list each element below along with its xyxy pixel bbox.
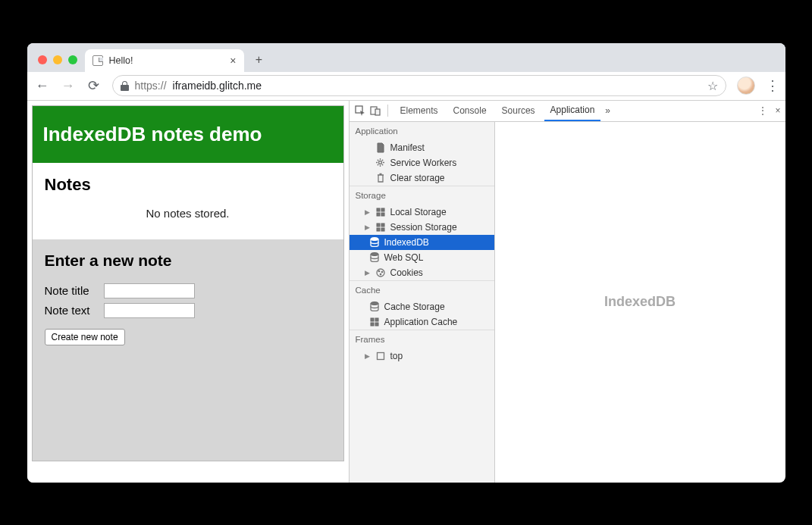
svg-point-3 <box>379 161 382 164</box>
note-title-label: Note title <box>45 284 99 297</box>
devtools-panel: Elements Console Sources Application » ⋮… <box>349 101 785 483</box>
svg-rect-7 <box>381 213 384 216</box>
tab-console[interactable]: Console <box>447 100 493 121</box>
bookmark-star-icon[interactable]: ☆ <box>707 79 718 93</box>
group-frames: Frames <box>350 330 494 348</box>
group-cache: Cache <box>350 280 494 299</box>
tab-strip: Hello! × + <box>27 43 785 72</box>
demo-container: IndexedDB notes demo Notes No notes stor… <box>32 105 344 461</box>
storage-grid-icon <box>369 317 380 327</box>
tab-sources[interactable]: Sources <box>496 100 541 121</box>
close-tab-button[interactable]: × <box>230 55 236 67</box>
svg-rect-10 <box>377 228 380 231</box>
tab-title: Hello! <box>109 55 133 66</box>
database-icon <box>369 252 380 263</box>
close-window-button[interactable] <box>38 55 47 64</box>
lock-icon <box>121 81 129 91</box>
browser-window: Hello! × + ← → ⟳ https://iframeidb.glitc… <box>27 43 785 483</box>
svg-point-17 <box>380 273 381 275</box>
svg-rect-6 <box>377 213 380 216</box>
sidebar-item-cache-storage[interactable]: Cache Storage <box>350 299 494 314</box>
devtools-menu-button[interactable]: ⋮ <box>758 105 767 116</box>
svg-point-14 <box>377 269 384 277</box>
svg-rect-5 <box>381 208 384 211</box>
frame-icon <box>375 351 386 361</box>
svg-point-16 <box>381 271 383 273</box>
create-note-button[interactable]: Create new note <box>45 329 125 345</box>
group-storage: Storage <box>350 186 494 205</box>
svg-rect-8 <box>377 223 380 227</box>
sidebar-item-clear-storage[interactable]: Clear storage <box>350 170 494 186</box>
svg-rect-23 <box>377 352 384 359</box>
minimize-window-button[interactable] <box>53 55 62 64</box>
empty-state: No notes stored. <box>45 204 331 227</box>
group-application: Application <box>350 122 494 140</box>
devtools-tabbar: Elements Console Sources Application » ⋮… <box>350 101 785 122</box>
sidebar-item-manifest[interactable]: Manifest <box>350 140 494 155</box>
form-heading: Enter a new note <box>45 252 331 270</box>
storage-grid-icon <box>375 207 386 217</box>
notes-heading: Notes <box>45 175 331 195</box>
forward-button[interactable]: → <box>61 78 76 94</box>
storage-grid-icon <box>375 222 386 233</box>
svg-rect-20 <box>375 318 378 321</box>
note-title-input[interactable] <box>104 283 195 298</box>
svg-rect-21 <box>371 323 374 326</box>
sidebar-item-indexeddb[interactable]: IndexedDB <box>350 235 494 250</box>
profile-avatar[interactable] <box>737 77 755 95</box>
sidebar-item-local-storage[interactable]: ▶ Local Storage <box>350 205 494 220</box>
svg-rect-19 <box>371 318 374 321</box>
browser-toolbar: ← → ⟳ https://iframeidb.glitch.me ☆ ⋮ <box>27 72 785 101</box>
svg-point-15 <box>378 270 380 272</box>
page-title: IndexedDB notes demo <box>33 106 343 163</box>
cookie-icon <box>375 267 386 278</box>
devtools-close-button[interactable]: × <box>775 105 780 116</box>
svg-rect-22 <box>375 323 378 326</box>
address-bar[interactable]: https://iframeidb.glitch.me ☆ <box>112 75 726 96</box>
url-host: iframeidb.glitch.me <box>173 80 262 92</box>
content-area: IndexedDB notes demo Notes No notes stor… <box>27 101 785 483</box>
note-text-label: Note text <box>45 304 99 317</box>
file-icon <box>92 55 103 66</box>
rendered-page: IndexedDB notes demo Notes No notes stor… <box>27 101 349 483</box>
fullscreen-window-button[interactable] <box>68 55 77 64</box>
sidebar-item-top-frame[interactable]: ▶ top <box>350 348 494 364</box>
svg-point-12 <box>371 238 378 241</box>
new-tab-button[interactable]: + <box>249 49 270 70</box>
inspect-element-icon[interactable] <box>354 105 366 117</box>
svg-rect-9 <box>381 223 384 227</box>
back-button[interactable]: ← <box>35 78 50 94</box>
svg-rect-4 <box>377 208 380 211</box>
svg-point-18 <box>371 302 378 305</box>
svg-point-13 <box>371 253 378 256</box>
trash-icon <box>375 173 386 183</box>
application-sidebar: Application Manifest Service Workers <box>350 122 495 483</box>
note-text-input[interactable] <box>104 303 195 318</box>
window-controls <box>35 55 85 72</box>
document-icon <box>375 142 386 153</box>
browser-tab[interactable]: Hello! × <box>85 49 244 72</box>
more-tabs-button[interactable]: » <box>605 105 610 116</box>
reload-button[interactable]: ⟳ <box>86 77 102 94</box>
browser-menu-button[interactable]: ⋮ <box>766 77 778 94</box>
device-toolbar-icon[interactable] <box>369 105 381 117</box>
sidebar-item-application-cache[interactable]: Application Cache <box>350 314 494 330</box>
tab-elements[interactable]: Elements <box>394 100 444 121</box>
database-icon <box>369 237 380 248</box>
sidebar-item-cookies[interactable]: ▶ Cookies <box>350 265 494 280</box>
sidebar-item-service-workers[interactable]: Service Workers <box>350 155 494 170</box>
sidebar-item-web-sql[interactable]: Web SQL <box>350 250 494 265</box>
svg-rect-2 <box>375 109 380 115</box>
devtools-main-pane: IndexedDB <box>495 122 785 483</box>
notes-section: Notes No notes stored. <box>33 163 343 239</box>
main-placeholder-text: IndexedDB <box>604 294 676 310</box>
database-icon <box>369 302 380 312</box>
url-scheme: https:// <box>135 80 167 92</box>
gear-icon <box>375 158 386 168</box>
new-note-form: Enter a new note Note title Note text Cr… <box>33 239 343 461</box>
sidebar-item-session-storage[interactable]: ▶ Session Storage <box>350 220 494 235</box>
svg-rect-11 <box>381 228 384 231</box>
tab-application[interactable]: Application <box>544 100 601 121</box>
